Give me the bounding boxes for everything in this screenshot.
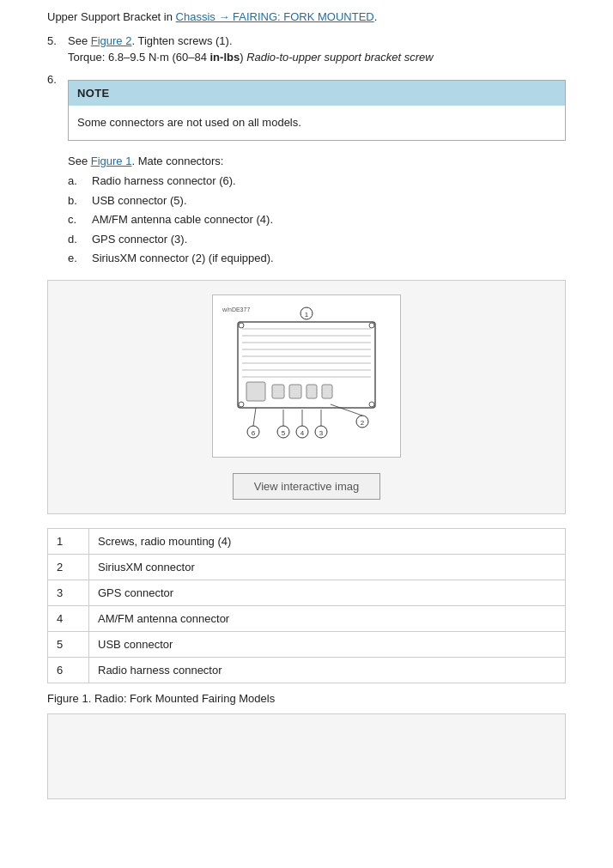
row1-desc: Screws, radio mounting (4) (89, 528, 566, 554)
step-5-line1: See Figure 2. Tighten screws (1). (68, 33, 566, 50)
see-figure1-line: See Figure 1. Mate connectors: (68, 153, 566, 170)
parts-table: 1 Screws, radio mounting (4) 2 SiriusXM … (47, 528, 566, 683)
sub-text-d: GPS connector (3). (92, 231, 187, 248)
sub-item-e: e. SiriusXM connector (2) (if equipped). (68, 250, 566, 267)
sub-list: a. Radio harness connector (6). b. USB c… (68, 173, 566, 267)
svg-point-20 (369, 402, 374, 407)
view-interactive-button[interactable]: View interactive imag (233, 473, 381, 500)
step-5-num: 5. (47, 33, 68, 66)
sub-label-b: b. (68, 192, 92, 209)
row6-num: 6 (48, 657, 89, 683)
step-6: 6. NOTE Some connectors are not used on … (47, 71, 566, 270)
sub-item-b: b. USB connector (5). (68, 192, 566, 209)
row1-num: 1 (48, 528, 89, 554)
sub-label-d: d. (68, 231, 92, 248)
row5-desc: USB connector (89, 631, 566, 657)
step-6-num: 6. (47, 71, 68, 270)
sub-item-d: d. GPS connector (3). (68, 231, 566, 248)
parts-table-body: 1 Screws, radio mounting (4) 2 SiriusXM … (48, 528, 566, 683)
bottom-figure-box (47, 713, 566, 799)
table-row: 2 SiriusXM connector (48, 554, 566, 580)
note-header: NOTE (69, 81, 565, 106)
note-box: NOTE Some connectors are not used on all… (68, 80, 566, 141)
figure-image-area: w/nDE377 1 (212, 294, 401, 458)
sub-item-c: c. AM/FM antenna cable connector (4). (68, 211, 566, 228)
sub-text-c: AM/FM antenna cable connector (4). (92, 211, 273, 228)
svg-text:3: 3 (319, 429, 324, 437)
table-row: 3 GPS connector (48, 580, 566, 605)
row4-desc: AM/FM antenna connector (89, 605, 566, 631)
table-row: 5 USB connector (48, 631, 566, 657)
svg-line-35 (253, 408, 256, 426)
svg-point-17 (239, 323, 244, 328)
sub-item-a: a. Radio harness connector (6). (68, 173, 566, 190)
intro-text: Upper Support Bracket in Chassis → FAIRI… (47, 9, 566, 26)
table-row: 1 Screws, radio mounting (4) (48, 528, 566, 554)
sub-text-b: USB connector (5). (92, 192, 187, 209)
svg-text:1: 1 (305, 311, 309, 319)
note-body: Some connectors are not used on all mode… (69, 106, 565, 140)
step-6-content: NOTE Some connectors are not used on all… (68, 71, 566, 270)
table-row: 6 Radio harness connector (48, 657, 566, 683)
intro-label: Upper Support Bracket in (47, 10, 173, 23)
row2-num: 2 (48, 554, 89, 580)
step-5: 5. See Figure 2. Tighten screws (1). Tor… (47, 33, 566, 66)
figure2-link[interactable]: Figure 2 (91, 34, 132, 47)
svg-rect-16 (322, 385, 332, 398)
row6-desc: Radio harness connector (89, 657, 566, 683)
row3-desc: GPS connector (89, 580, 566, 605)
row5-num: 5 (48, 631, 89, 657)
svg-point-18 (369, 323, 374, 328)
svg-rect-12 (246, 382, 265, 401)
svg-text:5: 5 (282, 429, 286, 437)
figure1-link[interactable]: Figure 1 (91, 155, 132, 167)
radio-svg: w/nDE377 1 (221, 303, 392, 449)
svg-point-19 (239, 402, 244, 407)
svg-text:6: 6 (252, 429, 256, 437)
sub-label-c: c. (68, 211, 92, 228)
step-5-line2: Torque: 6.8–9.5 N·m (60–84 in-lbs) Radio… (68, 49, 566, 66)
sub-text-a: Radio harness connector (6). (92, 173, 236, 190)
svg-rect-13 (272, 385, 284, 398)
row2-desc: SiriusXM connector (89, 554, 566, 580)
svg-text:4: 4 (300, 429, 305, 437)
sub-text-e: SiriusXM connector (2) (if equipped). (92, 250, 274, 267)
table-row: 4 AM/FM antenna connector (48, 605, 566, 631)
figure-container: w/nDE377 1 (47, 280, 566, 514)
row4-num: 4 (48, 605, 89, 631)
step-5-content: See Figure 2. Tighten screws (1). Torque… (68, 33, 566, 66)
svg-text:w/nDE377: w/nDE377 (222, 307, 250, 313)
sub-label-e: e. (68, 250, 92, 267)
svg-rect-15 (306, 385, 317, 398)
svg-text:2: 2 (361, 419, 365, 427)
chassis-link[interactable]: Chassis → FAIRING: FORK MOUNTED (176, 10, 374, 23)
svg-rect-14 (289, 385, 301, 398)
row3-num: 3 (48, 580, 89, 605)
sub-label-a: a. (68, 173, 92, 190)
figure-caption: Figure 1. Radio: Fork Mounted Fairing Mo… (47, 692, 566, 705)
torque-italic: Radio-to-upper support bracket screw (246, 51, 434, 64)
page-container: Upper Support Bracket in Chassis → FAIRI… (0, 0, 613, 816)
torque-bold: in-lbs (210, 51, 240, 64)
step-list: 5. See Figure 2. Tighten screws (1). Tor… (47, 33, 566, 270)
